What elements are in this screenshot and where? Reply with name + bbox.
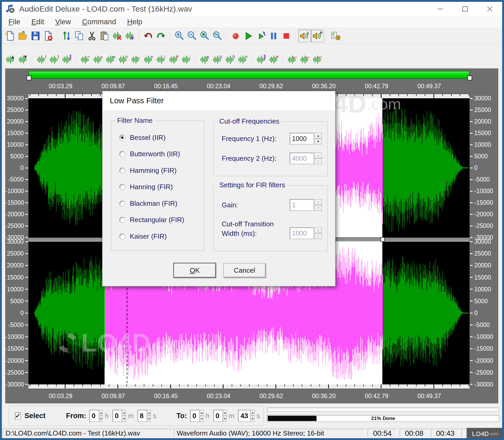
delete-selection-button[interactable] — [111, 30, 123, 42]
cancel-button[interactable]: Cancel — [223, 263, 266, 277]
step-up-icon[interactable] — [223, 410, 227, 416]
radio-hanning-fir[interactable]: Hanning (FIR) — [119, 182, 173, 192]
step-down-icon[interactable] — [223, 416, 227, 422]
step-down-icon[interactable] — [122, 416, 126, 422]
equalizer-icon[interactable]: ≡ — [211, 53, 224, 66]
radio-button[interactable] — [119, 184, 125, 190]
step-down-icon[interactable] — [251, 416, 254, 422]
radio-button[interactable] — [119, 168, 125, 174]
step-up-icon[interactable] — [315, 133, 322, 139]
paste-button[interactable] — [98, 30, 111, 42]
radio-blackman-fir[interactable]: Blackman (FIR) — [119, 199, 177, 208]
step-up-icon[interactable] — [251, 410, 254, 416]
step-down-icon[interactable] — [200, 416, 204, 422]
insert-silence-icon[interactable]: + — [142, 53, 155, 66]
radio-butterworth-iir[interactable]: Butterworth (IIR) — [119, 149, 180, 159]
from-hours-field[interactable]: 0 — [89, 410, 99, 422]
from-minutes-stepper[interactable] — [122, 410, 126, 422]
ok-button[interactable]: OK — [174, 263, 216, 277]
delete-region-icon[interactable]: × — [267, 53, 280, 66]
zoom-selection-button[interactable] — [198, 30, 211, 42]
redo-button[interactable] — [155, 30, 167, 42]
add-marker-icon[interactable]: ∥ — [255, 53, 267, 66]
noise-reduction-icon[interactable]: ≈ — [236, 53, 249, 66]
vibrato-icon[interactable]: ~ — [79, 53, 91, 66]
maximize-button[interactable] — [453, 2, 477, 16]
zoom-out-button[interactable] — [186, 30, 198, 42]
play-selection-button[interactable] — [255, 30, 267, 42]
radio-button[interactable] — [119, 217, 125, 223]
step-down-icon[interactable] — [315, 139, 322, 144]
normalize-icon[interactable]: ∥ — [60, 53, 73, 66]
close-button[interactable] — [477, 2, 502, 16]
cut-button[interactable] — [86, 30, 98, 42]
to-hours-field[interactable]: 0 — [190, 410, 200, 422]
menu-edit[interactable]: Edit — [26, 17, 50, 27]
select-checkbox[interactable] — [15, 412, 21, 419]
invert-icon[interactable]: ↕ — [155, 53, 167, 66]
pause-button[interactable] — [267, 30, 280, 42]
step-down-icon[interactable] — [100, 416, 103, 422]
step-up-icon[interactable] — [200, 410, 204, 416]
frequency-1-input[interactable]: 1000 — [290, 133, 314, 144]
stretch-icon[interactable]: ↔ — [129, 53, 142, 66]
to-minutes-stepper[interactable] — [223, 410, 227, 422]
step-up-icon[interactable] — [122, 410, 126, 416]
fade-in-icon[interactable]: / — [35, 53, 48, 66]
title-bar[interactable]: AudioEdit Deluxe - LO4D.com - Test (16kH… — [2, 2, 502, 16]
to-minutes-field[interactable]: 0 — [213, 410, 223, 422]
preview-icon[interactable]: ◄ — [198, 53, 211, 66]
radio-button[interactable] — [119, 233, 125, 239]
convert-format-button[interactable] — [60, 30, 73, 42]
echo-icon[interactable]: » — [91, 53, 104, 66]
play-button[interactable] — [242, 30, 255, 42]
radio-bessel-iir[interactable]: Bessel (IIR) — [119, 133, 166, 142]
menu-command[interactable]: Command — [77, 17, 122, 27]
undo-button[interactable] — [142, 30, 155, 42]
right-channel-toggle[interactable]: R — [311, 30, 324, 42]
dialog-title-bar[interactable]: Low Pass Filter — [102, 91, 335, 110]
from-hours-stepper[interactable] — [100, 410, 103, 422]
new-file-button[interactable] — [4, 30, 17, 42]
to-seconds-stepper[interactable] — [251, 410, 254, 422]
selection-handle[interactable] — [381, 237, 385, 242]
left-channel-toggle[interactable]: L — [298, 30, 311, 42]
frequency-1-stepper[interactable] — [315, 133, 322, 144]
radio-button[interactable] — [119, 201, 125, 207]
reverb-icon[interactable]: ∞ — [104, 53, 117, 66]
from-seconds-field[interactable]: 8 — [137, 410, 147, 422]
menu-view[interactable]: View — [50, 17, 76, 27]
position-bar[interactable] — [28, 71, 470, 79]
copy-button[interactable] — [73, 30, 86, 42]
step-down-icon[interactable] — [147, 416, 151, 422]
record-button[interactable] — [229, 30, 242, 42]
close-file-button[interactable] — [42, 30, 55, 42]
to-seconds-field[interactable]: 43 — [238, 410, 250, 422]
track-expand-icon[interactable]: — — [298, 53, 311, 66]
track-normal-icon[interactable]: — — [286, 53, 298, 66]
fade-out-icon[interactable]: \ — [48, 53, 60, 66]
track-compress-icon[interactable]: — — [311, 53, 324, 66]
stop-button[interactable] — [280, 30, 293, 42]
open-file-button[interactable] — [17, 30, 29, 42]
from-minutes-field[interactable]: 0 — [112, 410, 122, 422]
radio-rectangular-fir[interactable]: Rectangular (FIR) — [119, 215, 184, 225]
attenuate-icon[interactable]: ▼ — [17, 53, 29, 66]
save-file-button[interactable] — [29, 30, 42, 42]
step-up-icon[interactable] — [147, 410, 151, 416]
radio-hamming-fir[interactable]: Hamming (FIR) — [119, 166, 177, 175]
position-handle-right[interactable] — [467, 76, 472, 80]
to-hours-stepper[interactable] — [200, 410, 204, 422]
radio-button[interactable] — [119, 135, 125, 141]
amplify-icon[interactable]: ▲ — [4, 53, 17, 66]
resample-icon[interactable]: # — [167, 53, 180, 66]
zoom-all-button[interactable] — [211, 30, 224, 42]
radio-kaiser-fir[interactable]: Kaiser (FIR) — [119, 232, 167, 241]
step-up-icon[interactable] — [100, 410, 103, 416]
position-handle-left[interactable] — [27, 76, 31, 80]
zoom-in-button[interactable] — [173, 30, 186, 42]
options-button[interactable] — [329, 30, 342, 42]
from-seconds-stepper[interactable] — [147, 410, 151, 422]
mix-paste-button[interactable] — [123, 30, 136, 42]
menu-file[interactable]: File — [3, 17, 26, 27]
